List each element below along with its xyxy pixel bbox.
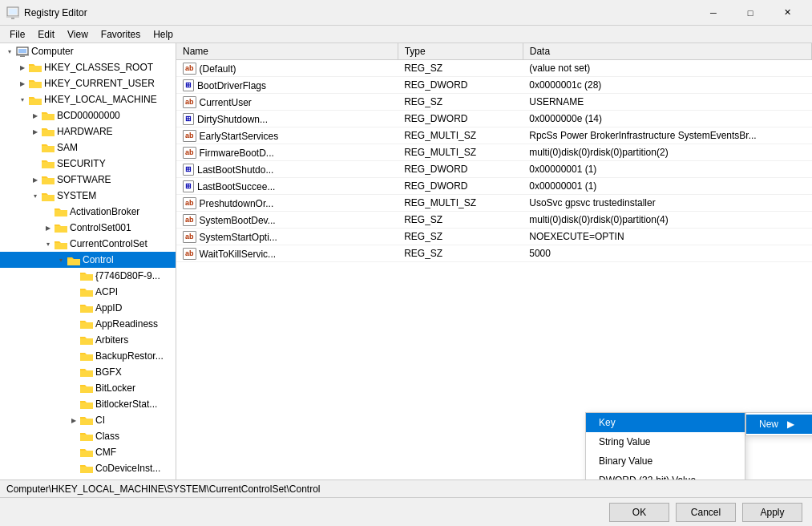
tree-expander-class[interactable] xyxy=(67,430,80,443)
tree-expander-bitlockerstatus[interactable] xyxy=(67,398,80,411)
tree-item-hklm[interactable]: ▾ HKEY_LOCAL_MACHINE xyxy=(0,91,176,107)
tree-expander-system[interactable]: ▾ xyxy=(29,189,42,202)
tree-expander-cmf[interactable] xyxy=(67,446,80,459)
svg-rect-18 xyxy=(80,290,93,297)
tree-item-bgfx[interactable]: BGFX xyxy=(0,364,176,380)
tree-expander-hklm[interactable]: ▾ xyxy=(16,93,29,106)
tree-expander-acpi[interactable] xyxy=(67,285,80,298)
folder-icon-hkcu xyxy=(29,78,42,89)
tree-expander-hkcu[interactable]: ▶ xyxy=(16,77,29,90)
tree-item-cmf[interactable]: CMF xyxy=(0,444,176,460)
svg-rect-19 xyxy=(80,306,93,313)
value-type: REG_MULTI_SZ xyxy=(398,195,523,212)
tree-expander-hardware[interactable]: ▶ xyxy=(29,125,42,138)
value-type: REG_SZ xyxy=(398,212,523,229)
value-type: REG_DWORD xyxy=(398,111,523,127)
tree-item-controlset001[interactable]: ▶ ControlSet001 xyxy=(0,220,176,236)
tree-item-security[interactable]: SECURITY xyxy=(0,156,176,172)
tree-item-arbiters[interactable]: Arbiters xyxy=(0,332,176,348)
tree-item-appreadiness[interactable]: AppReadiness xyxy=(0,316,176,332)
apply-button[interactable]: Apply xyxy=(742,503,802,522)
tree-item-activationbroker[interactable]: ActivationBroker xyxy=(0,204,176,220)
tree-expander-arbiters[interactable] xyxy=(67,334,80,346)
tree-expander-activationbroker[interactable] xyxy=(42,205,55,218)
tree-expander-computer[interactable]: ▾ xyxy=(3,45,16,58)
context-menu-dword-value[interactable]: DWORD (32-bit) Value xyxy=(586,471,745,479)
tree-item-currentcontrolset[interactable]: ▾ CurrentControlSet xyxy=(0,236,176,252)
context-menu-binary-value[interactable]: Binary Value xyxy=(586,451,745,471)
menu-item-edit[interactable]: Edit xyxy=(31,27,61,42)
ok-button[interactable]: OK xyxy=(609,503,669,522)
submenu-new-item[interactable]: New ▶ xyxy=(746,415,812,434)
tree-expander-bcd[interactable]: ▶ xyxy=(29,109,42,122)
menu-item-help[interactable]: Help xyxy=(147,27,180,42)
value-name: ab WaitToKillServic... xyxy=(176,245,398,262)
menu-item-file[interactable]: File xyxy=(3,27,31,42)
cancel-button[interactable]: Cancel xyxy=(676,503,736,522)
minimize-button[interactable]: ─ xyxy=(695,0,732,26)
menu-item-view[interactable]: View xyxy=(61,27,95,42)
tree-expander-guid7746[interactable] xyxy=(67,269,80,282)
table-row[interactable]: ab WaitToKillServic...REG_SZ5000 xyxy=(176,245,812,262)
value-type: REG_SZ xyxy=(398,229,523,245)
tree-item-control[interactable]: ▾ Control xyxy=(0,252,176,268)
main-content: ▾ Computer▶ HKEY_CLASSES_ROOT▶ HKEY_CURR… xyxy=(0,43,812,526)
menu-item-favorites[interactable]: Favorites xyxy=(95,27,147,42)
maximize-button[interactable]: □ xyxy=(732,0,769,26)
tree-expander-ci[interactable]: ▶ xyxy=(67,414,80,427)
table-row[interactable]: ⊞ LastBootShutdo...REG_DWORD0x00000001 (… xyxy=(176,161,812,178)
tree-item-bcd[interactable]: ▶ BCD00000000 xyxy=(0,107,176,123)
window-controls: ─ □ ✕ xyxy=(695,0,806,26)
context-menu-string-value[interactable]: String Value xyxy=(586,432,745,451)
context-menu-key-item[interactable]: Key xyxy=(586,413,745,432)
tree-expander-currentcontrolset[interactable]: ▾ xyxy=(42,237,55,250)
tree-item-hardware[interactable]: ▶ HARDWARE xyxy=(0,123,176,140)
table-row[interactable]: ab (Default)REG_SZ(value not set) xyxy=(176,60,812,77)
tree-item-backuprestore[interactable]: BackupRestor... xyxy=(0,348,176,364)
tree-expander-appreadiness[interactable] xyxy=(67,318,80,330)
tree-item-codeviceinst[interactable]: CoDeviceInst... xyxy=(0,460,176,476)
tree-expander-software[interactable]: ▶ xyxy=(29,173,42,186)
folder-icon-backuprestore xyxy=(80,350,93,362)
table-row[interactable]: ab SystemBootDev...REG_SZmulti(0)disk(0)… xyxy=(176,212,812,229)
tree-expander-appid[interactable] xyxy=(67,301,80,314)
table-row[interactable]: ab CurrentUserREG_SZUSERNAME xyxy=(176,94,812,111)
table-row[interactable]: ab FirmwareBootD...REG_MULTI_SZmulti(0)d… xyxy=(176,144,812,161)
tree-item-guid7746[interactable]: {7746D80F-9... xyxy=(0,268,176,284)
tree-item-computer[interactable]: ▾ Computer xyxy=(0,43,176,59)
tree-item-hkcr[interactable]: ▶ HKEY_CLASSES_ROOT xyxy=(0,59,176,75)
tree-expander-codeviceinst[interactable] xyxy=(67,462,80,475)
value-data: 0x00000001 (1) xyxy=(523,178,811,195)
table-row[interactable]: ab SystemStartOpti...REG_SZNOEXECUTE=OPT… xyxy=(176,229,812,245)
close-button[interactable]: ✕ xyxy=(769,0,806,26)
tree-item-ci[interactable]: ▶ CI xyxy=(0,412,176,428)
svg-rect-17 xyxy=(80,274,93,281)
tree-expander-bgfx[interactable] xyxy=(67,366,80,378)
tree-expander-sam[interactable] xyxy=(29,141,42,154)
tree-item-appid[interactable]: AppID xyxy=(0,300,176,316)
tree-item-software[interactable]: ▶ SOFTWARE xyxy=(0,172,176,188)
tree-expander-backuprestore[interactable] xyxy=(67,350,80,362)
table-row[interactable]: ab PreshutdownOr...REG_MULTI_SZUsoSvc gp… xyxy=(176,195,812,212)
tree-item-acpi[interactable]: ACPI xyxy=(0,284,176,300)
table-row[interactable]: ab EarlyStartServicesREG_MULTI_SZRpcSs P… xyxy=(176,127,812,144)
tree-item-system[interactable]: ▾ SYSTEM xyxy=(0,188,176,204)
tree-expander-hkcr[interactable]: ▶ xyxy=(16,61,29,74)
table-row[interactable]: ⊞ BootDriverFlagsREG_DWORD0x0000001c (28… xyxy=(176,77,812,94)
tree-expander-bitlocker[interactable] xyxy=(67,382,80,394)
value-data: 0x00000001 (1) xyxy=(523,161,811,178)
tree-item-bitlockerstatus[interactable]: BitlockerStat... xyxy=(0,396,176,412)
tree-expander-control[interactable]: ▾ xyxy=(55,253,67,266)
status-bar: Computer\HKEY_LOCAL_MACHINE\SYSTEM\Curre… xyxy=(0,479,812,497)
tree-item-sam[interactable]: SAM xyxy=(0,140,176,156)
folder-icon-hklm xyxy=(29,94,42,105)
tree-item-class[interactable]: Class xyxy=(0,428,176,444)
tree-item-bitlocker[interactable]: BitLocker xyxy=(0,380,176,396)
table-row[interactable]: ⊞ DirtyShutdown...REG_DWORD0x0000000e (1… xyxy=(176,111,812,127)
value-name: ab (Default) xyxy=(176,60,398,77)
tree-expander-controlset001[interactable]: ▶ xyxy=(42,221,55,234)
tree-item-hkcu[interactable]: ▶ HKEY_CURRENT_USER xyxy=(0,75,176,91)
tree-expander-security[interactable] xyxy=(29,157,42,170)
svg-rect-6 xyxy=(16,55,29,56)
table-row[interactable]: ⊞ LastBootSuccee...REG_DWORD0x00000001 (… xyxy=(176,178,812,195)
